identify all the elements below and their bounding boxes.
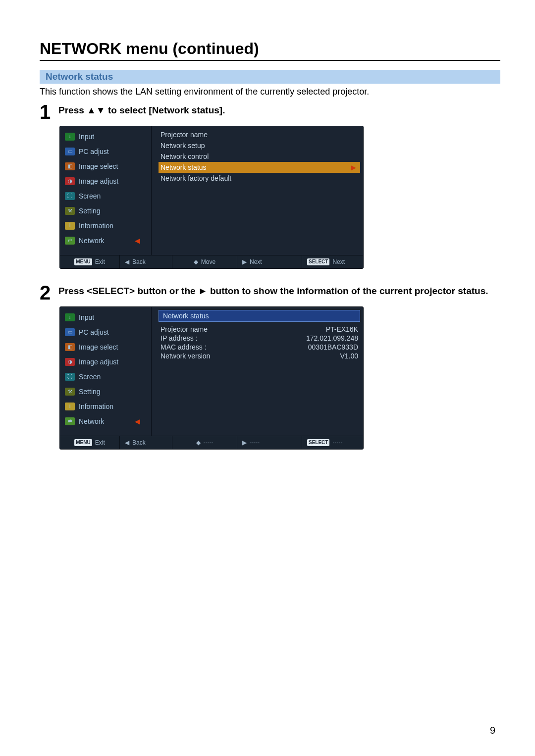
osd-footer: MENUExit ◀Back ◆Move ▶Next SELECTNext [60, 255, 363, 268]
kv-key: Network version [160, 352, 210, 360]
status-row: Projector namePT-EX16K [159, 325, 360, 334]
pc-adjust-icon: ▭ [65, 148, 75, 155]
submenu-item-selected: Network status▶ [159, 162, 360, 173]
footer-cell: MENUExit [60, 436, 120, 449]
image-adjust-icon: ◑ [65, 177, 75, 185]
page-number: 9 [490, 725, 495, 736]
menu-label: Image adjust [79, 177, 118, 185]
menu-item-information: iInformation [60, 399, 151, 414]
menu-item-setting: ⚒Setting [60, 384, 151, 399]
step-row: 1 Press ▲▼ to select [Network status]. [40, 102, 500, 122]
footer-cell: ◆----- [172, 436, 237, 449]
image-adjust-icon: ◑ [65, 358, 75, 366]
input-icon: ↓ [65, 313, 75, 321]
network-icon: ⇄ [65, 237, 75, 245]
kv-value: V1.00 [340, 352, 358, 360]
footer-label: Exit [95, 258, 105, 265]
menu-item-network: ⇄Network◀ [60, 414, 151, 429]
section-desc: This function shows the LAN setting envi… [40, 87, 500, 97]
footer-cell: ▶----- [237, 436, 302, 449]
information-icon: i [65, 222, 75, 230]
menu-item-image-select: ◧Image select [60, 159, 151, 174]
osd-footer: MENUExit ◀Back ◆----- ▶----- SELECT----- [60, 436, 363, 449]
footer-label: ----- [250, 439, 260, 446]
submenu-label: Network status [160, 163, 207, 171]
status-row: MAC address :00301BAC933D [159, 343, 360, 352]
setting-icon: ⚒ [65, 388, 75, 396]
osd-left-menu: ↓Input ▭PC adjust ◧Image select ◑Image a… [60, 126, 152, 255]
menu-item-information: iInformation [60, 218, 151, 233]
osd-right-panel: Network status Projector namePT-EX16K IP… [152, 307, 363, 436]
footer-label: Next [250, 258, 262, 265]
menu-label: Image adjust [79, 358, 118, 366]
footer-label: Next [332, 258, 345, 265]
updown-arrow-icon: ◆ [194, 258, 198, 265]
menu-item-pc-adjust: ▭PC adjust [60, 325, 151, 340]
screen-icon: ⛶ [65, 192, 75, 200]
menu-label: Image select [79, 162, 118, 170]
step-text: Press <SELECT> button or the ► button to… [58, 283, 488, 297]
image-select-icon: ◧ [65, 343, 75, 351]
menu-label: PC adjust [79, 328, 109, 336]
menu-item-input: ↓Input [60, 310, 151, 325]
step-number: 1 [40, 102, 58, 122]
step-text: Press ▲▼ to select [Network status]. [58, 102, 225, 116]
menu-item-screen: ⛶Screen [60, 369, 151, 384]
section-title: Network status [40, 70, 500, 84]
kv-key: Projector name [160, 325, 208, 333]
menu-chip: MENU [74, 439, 92, 446]
footer-label: Back [132, 258, 146, 265]
kv-value: 00301BAC933D [308, 343, 358, 351]
footer-cell: SELECT----- [302, 436, 363, 449]
footer-label: Move [201, 258, 215, 265]
menu-item-image-adjust: ◑Image adjust [60, 354, 151, 369]
kv-value: 172.021.099.248 [306, 334, 358, 342]
menu-item-image-select: ◧Image select [60, 340, 151, 354]
menu-label: Information [79, 222, 113, 230]
footer-cell: ◆Move [172, 255, 237, 268]
step-number: 2 [40, 283, 58, 302]
menu-label: Setting [79, 388, 101, 396]
menu-label: Image select [79, 343, 118, 351]
osd-screenshot-1: ↓Input ▭PC adjust ◧Image select ◑Image a… [59, 126, 364, 269]
information-icon: i [65, 403, 75, 410]
back-arrow-icon: ◀ [125, 439, 129, 446]
menu-label: Setting [79, 207, 101, 215]
input-icon: ↓ [65, 133, 75, 141]
footer-cell: ▶Next [237, 255, 302, 268]
status-row: IP address :172.021.099.248 [159, 334, 360, 343]
menu-label: Information [79, 403, 113, 410]
osd-left-menu: ↓Input ▭PC adjust ◧Image select ◑Image a… [60, 307, 152, 436]
menu-item-network: ⇄Network◀ [60, 233, 151, 248]
menu-label: Network [79, 237, 104, 245]
step-row: 2 Press <SELECT> button or the ► button … [40, 283, 500, 302]
select-chip: SELECT [307, 258, 329, 265]
pc-adjust-icon: ▭ [65, 328, 75, 336]
submenu-item: Network factory default [159, 173, 360, 184]
menu-label: PC adjust [79, 148, 109, 155]
updown-arrow-icon: ◆ [196, 439, 201, 446]
menu-item-input: ↓Input [60, 129, 151, 144]
menu-chip: MENU [74, 258, 92, 265]
left-arrow-icon: ◀ [135, 417, 147, 425]
right-arrow-icon: ▶ [351, 163, 356, 171]
footer-cell: ◀Back [120, 255, 172, 268]
title-rule [40, 60, 500, 61]
menu-label: Screen [79, 192, 101, 200]
left-arrow-icon: ◀ [135, 237, 147, 245]
menu-label: Input [79, 313, 94, 321]
next-arrow-icon: ▶ [242, 439, 247, 446]
footer-cell: MENUExit [60, 255, 120, 268]
back-arrow-icon: ◀ [125, 258, 129, 265]
next-arrow-icon: ▶ [242, 258, 247, 265]
footer-label: ----- [204, 439, 214, 446]
footer-label: ----- [332, 439, 342, 446]
status-row: Network versionV1.00 [159, 352, 360, 360]
image-select-icon: ◧ [65, 162, 75, 170]
select-chip: SELECT [307, 439, 329, 446]
menu-label: Input [79, 133, 94, 141]
panel-header: Network status [159, 310, 360, 322]
menu-item-pc-adjust: ▭PC adjust [60, 144, 151, 159]
submenu-item: Network control [159, 151, 360, 162]
footer-label: Exit [95, 439, 105, 446]
